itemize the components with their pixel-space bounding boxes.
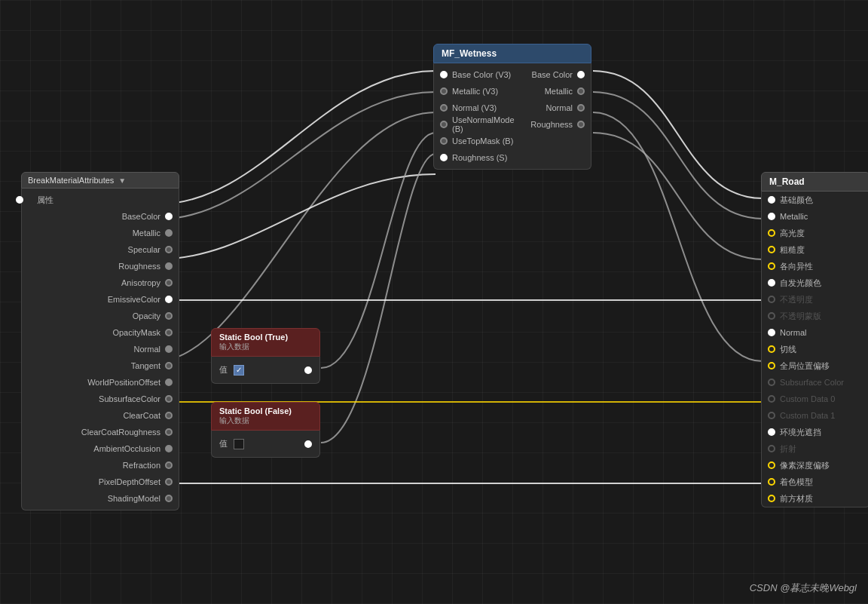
mroad-row-customdata0: Custom Data 0: [762, 391, 868, 407]
mf-out-normal-pin[interactable]: [577, 104, 585, 112]
break-pin-subsurface[interactable]: [165, 395, 173, 403]
break-pin-metallic[interactable]: [165, 229, 173, 237]
break-node-title: BreakMaterialAttributes: [28, 176, 114, 185]
mroad-pin-pixeldepth[interactable]: [768, 461, 775, 469]
mroad-pin-opacity[interactable]: [768, 296, 775, 303]
mroad-pin-ao[interactable]: [768, 428, 775, 436]
mroad-pin-emissive[interactable]: [768, 279, 775, 287]
mroad-pin-shadingmodel[interactable]: [768, 478, 775, 486]
mf-row-basecolor: Base Color (V3) Base Color: [434, 66, 591, 83]
break-output-anisotropy: Anisotropy: [22, 274, 179, 291]
bool-true-title: Static Bool (True): [219, 333, 288, 342]
bool-true-header: Static Bool (True) 输入数据: [211, 328, 320, 357]
mf-out-basecolor-pin[interactable]: [577, 71, 585, 78]
mroad-pin-refraction[interactable]: [768, 445, 775, 452]
mroad-pin-frontmaterial[interactable]: [768, 495, 775, 502]
mf-in-normal-pin[interactable]: [440, 104, 448, 112]
bool-true-body: 值 ✓: [211, 357, 320, 384]
bool-true-value-label: 值: [219, 364, 228, 376]
mroad-pin-basecolor[interactable]: [768, 196, 775, 204]
mroad-pin-roughness[interactable]: [768, 246, 775, 253]
break-pin-specular[interactable]: [165, 246, 173, 253]
watermark-text: CSDN @暮志未晚Webgl: [750, 582, 857, 593]
mroad-pin-normal[interactable]: [768, 329, 775, 336]
break-output-opacitymask: OpacityMask: [22, 324, 179, 341]
mroad-pin-subsurface[interactable]: [768, 379, 775, 386]
mroad-row-ao: 环境光遮挡: [762, 424, 868, 440]
mroad-row-normal: Normal: [762, 324, 868, 341]
mroad-pin-customdata1[interactable]: [768, 412, 775, 419]
mroad-row-subsurface: Subsurface Color: [762, 374, 868, 391]
break-output-basecolor: BaseColor: [22, 208, 179, 225]
mroad-pin-specular[interactable]: [768, 229, 775, 237]
mroad-pin-customdata0[interactable]: [768, 395, 775, 403]
break-pin-worldpos[interactable]: [165, 379, 173, 386]
bool-true-output-pin[interactable]: [304, 366, 312, 374]
mroad-row-emissive: 自发光颜色: [762, 274, 868, 291]
mroad-row-worldpos: 全局位置偏移: [762, 357, 868, 374]
mroad-pin-metallic[interactable]: [768, 213, 775, 220]
mf-in-roughness-pin[interactable]: [440, 154, 448, 161]
mf-in-metallic-pin[interactable]: [440, 87, 448, 95]
break-pin-opacitymask[interactable]: [165, 329, 173, 336]
break-pin-emissive[interactable]: [165, 296, 173, 303]
mf-row-metallic: Metallic (V3) Metallic: [434, 83, 591, 100]
break-output-ambientocclusion: AmbientOcclusion: [22, 440, 179, 457]
break-node-body: 属性 BaseColor Metallic Specular Roughness…: [21, 189, 179, 510]
mroad-row-opacity: 不透明度: [762, 291, 868, 308]
bool-false-header: Static Bool (False) 输入数据: [211, 402, 320, 431]
break-output-specular: Specular: [22, 241, 179, 258]
mroad-row-tangent: 切线: [762, 341, 868, 357]
break-node-dropdown[interactable]: ▼: [118, 176, 126, 185]
bool-true-value-row: 值 ✓: [212, 360, 319, 380]
break-pin-tangent[interactable]: [165, 362, 173, 369]
mf-in-basecolor-pin[interactable]: [440, 71, 448, 78]
break-pin-clearcoat[interactable]: [165, 412, 173, 419]
break-output-normal: Normal: [22, 341, 179, 357]
break-pin-normal[interactable]: [165, 345, 173, 353]
break-pin-opacity[interactable]: [165, 312, 173, 320]
bool-false-output-pin[interactable]: [304, 440, 312, 448]
mf-node-title: MF_Wetness: [442, 48, 497, 59]
mroad-row-metallic: Metallic: [762, 208, 868, 225]
break-output-subsurface: SubsurfaceColor: [22, 391, 179, 407]
break-output-roughness: Roughness: [22, 258, 179, 274]
mroad-row-opacitymask: 不透明蒙版: [762, 308, 868, 324]
break-node-header: BreakMaterialAttributes ▼: [21, 172, 179, 189]
mf-in-usetopmask-pin[interactable]: [440, 137, 448, 145]
m-road-node: M_Road 基础颜色 Metallic 高光度 粗糙度 各向异性: [761, 172, 868, 507]
break-output-pixeldepth: PixelDepthOffset: [22, 474, 179, 490]
mroad-row-roughness: 粗糙度: [762, 241, 868, 258]
break-output-clearcoatroughness: ClearCoatRoughness: [22, 424, 179, 440]
break-input-row: 属性: [22, 192, 179, 208]
mroad-row-customdata1: Custom Data 1: [762, 407, 868, 424]
bool-false-checkbox[interactable]: [234, 439, 244, 449]
break-pin-basecolor[interactable]: [165, 213, 173, 220]
break-input-pin: [16, 196, 23, 204]
bool-true-checkbox[interactable]: ✓: [234, 365, 244, 376]
mf-out-metallic-pin[interactable]: [577, 87, 585, 95]
break-input-label: 属性: [37, 195, 173, 206]
bool-false-value-row: 值: [212, 434, 319, 454]
bool-false-subtitle: 输入数据: [219, 415, 292, 426]
break-pin-anisotropy[interactable]: [165, 279, 173, 287]
break-pin-pixeldepth[interactable]: [165, 478, 173, 486]
bool-false-title: Static Bool (False): [219, 406, 292, 415]
mroad-pin-opacitymask[interactable]: [768, 312, 775, 320]
break-output-tangent: Tangent: [22, 357, 179, 374]
mroad-pin-worldpos[interactable]: [768, 362, 775, 369]
break-output-opacity: Opacity: [22, 308, 179, 324]
break-pin-shadingmodel[interactable]: [165, 495, 173, 502]
mf-row-normal: Normal (V3) Normal: [434, 100, 591, 116]
mf-in-usenormalmode-pin[interactable]: [440, 121, 448, 128]
mf-out-roughness-pin[interactable]: [577, 121, 585, 128]
mroad-row-specular: 高光度: [762, 225, 868, 241]
break-pin-refraction[interactable]: [165, 461, 173, 469]
break-pin-clearcoatroughness[interactable]: [165, 428, 173, 436]
break-pin-roughness[interactable]: [165, 262, 173, 270]
mf-row-roughness: Roughness (S): [434, 149, 591, 166]
bool-true-subtitle: 输入数据: [219, 342, 288, 352]
mroad-pin-anisotropy[interactable]: [768, 262, 775, 270]
mroad-pin-tangent[interactable]: [768, 345, 775, 353]
break-pin-ambientocclusion[interactable]: [165, 445, 173, 452]
